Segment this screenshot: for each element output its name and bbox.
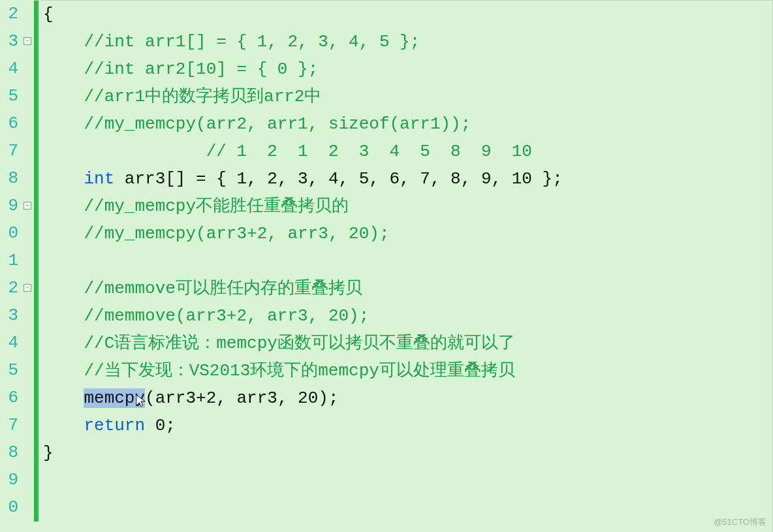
token-comment: //my_memcpy(arr2, arr1, sizeof(arr1)); bbox=[84, 114, 471, 134]
fold-toggle-icon[interactable]: - bbox=[24, 37, 31, 45]
code-line[interactable]: { bbox=[43, 1, 772, 28]
token-plain: { bbox=[43, 5, 54, 24]
code-line[interactable]: // 1 2 1 2 3 4 5 8 9 10 bbox=[43, 138, 772, 165]
token-keyword: return bbox=[84, 416, 145, 435]
token-comment: //C语言标准说：memcpy函数可以拷贝不重叠的就可以了 bbox=[84, 334, 514, 353]
code-line[interactable] bbox=[43, 247, 772, 275]
selected-text: memcpy bbox=[84, 388, 145, 408]
token-plain: (arr3+2, arr3, 20); bbox=[145, 388, 338, 408]
line-number: 1 bbox=[0, 247, 22, 274]
code-line[interactable]: //int arr1[] = { 1, 2, 3, 4, 5 }; bbox=[43, 28, 772, 55]
line-number: 6 bbox=[0, 110, 22, 137]
line-number: 5 bbox=[0, 82, 22, 110]
line-number-gutter: 2345678901234567890 bbox=[0, 0, 22, 532]
code-line[interactable]: //int arr2[10] = { 0 }; bbox=[43, 55, 772, 83]
code-line[interactable] bbox=[43, 494, 772, 522]
line-number: 2 bbox=[0, 274, 22, 302]
code-line[interactable]: //memmove可以胜任内存的重叠拷贝 bbox=[43, 275, 772, 302]
token-comment: //arr1中的数字拷贝到arr2中 bbox=[84, 87, 321, 106]
code-line[interactable] bbox=[43, 467, 772, 494]
token-comment: //my_memcpy(arr3+2, arr3, 20); bbox=[84, 224, 389, 243]
token-comment: //memmove可以胜任内存的重叠拷贝 bbox=[84, 279, 362, 298]
code-line[interactable]: //当下发现：VS2013环境下的memcpy可以处理重叠拷贝 bbox=[43, 357, 772, 384]
token-keyword: int bbox=[84, 169, 114, 189]
code-line[interactable]: //my_memcpy(arr2, arr1, sizeof(arr1)); bbox=[43, 110, 772, 138]
line-number: 4 bbox=[0, 55, 22, 82]
code-editor[interactable]: { //int arr1[] = { 1, 2, 3, 4, 5 }; //in… bbox=[34, 0, 773, 532]
line-number: 0 bbox=[0, 493, 22, 521]
change-indicator-bar bbox=[34, 1, 39, 522]
fold-toggle-icon[interactable]: - bbox=[24, 284, 31, 292]
line-number: 8 bbox=[0, 439, 22, 466]
token-comment: //当下发现：VS2013环境下的memcpy可以处理重叠拷贝 bbox=[84, 361, 514, 381]
code-line[interactable]: //memmove(arr3+2, arr3, 20); bbox=[43, 302, 772, 330]
line-number: 7 bbox=[0, 411, 22, 439]
token-comment: //int arr2[10] = { 0 }; bbox=[84, 59, 318, 79]
code-line[interactable]: //C语言标准说：memcpy函数可以拷贝不重叠的就可以了 bbox=[43, 330, 772, 357]
code-line[interactable]: int arr3[] = { 1, 2, 3, 4, 5, 6, 7, 8, 9… bbox=[43, 165, 772, 193]
fold-column: --- bbox=[22, 0, 34, 532]
token-plain: } bbox=[43, 443, 54, 463]
token-comment: //int arr1[] = { 1, 2, 3, 4, 5 }; bbox=[84, 32, 420, 52]
token-comment: //memmove(arr3+2, arr3, 20); bbox=[84, 306, 369, 326]
watermark-text: @51CTO博客 bbox=[714, 516, 766, 528]
fold-toggle-icon[interactable]: - bbox=[24, 202, 31, 210]
token-comment: //my_memcpy不能胜任重叠拷贝的 bbox=[84, 196, 349, 216]
line-number: 6 bbox=[0, 384, 22, 411]
line-number: 5 bbox=[0, 356, 22, 384]
code-line[interactable]: //arr1中的数字拷贝到arr2中 bbox=[43, 83, 772, 110]
line-number: 3 bbox=[0, 27, 22, 55]
line-number: 4 bbox=[0, 329, 22, 356]
code-line[interactable]: //my_memcpy不能胜任重叠拷贝的 bbox=[43, 193, 772, 220]
line-number: 9 bbox=[0, 466, 22, 493]
code-line[interactable]: memcpy(arr3+2, arr3, 20); bbox=[43, 384, 772, 412]
line-number: 9 bbox=[0, 192, 22, 219]
line-number: 0 bbox=[0, 219, 22, 247]
line-number: 2 bbox=[0, 0, 22, 27]
token-plain: arr3[] = { 1, 2, 3, 4, 5, 6, 7, 8, 9, 10… bbox=[114, 169, 563, 189]
code-line[interactable]: //my_memcpy(arr3+2, arr3, 20); bbox=[43, 220, 772, 247]
token-comment: // 1 2 1 2 3 4 5 8 9 10 bbox=[84, 142, 532, 161]
code-line[interactable]: return 0; bbox=[43, 412, 772, 439]
code-line[interactable]: } bbox=[43, 439, 772, 467]
line-number: 8 bbox=[0, 164, 22, 192]
line-number: 7 bbox=[0, 137, 22, 164]
token-plain: 0; bbox=[145, 416, 176, 435]
line-number: 3 bbox=[0, 302, 22, 329]
